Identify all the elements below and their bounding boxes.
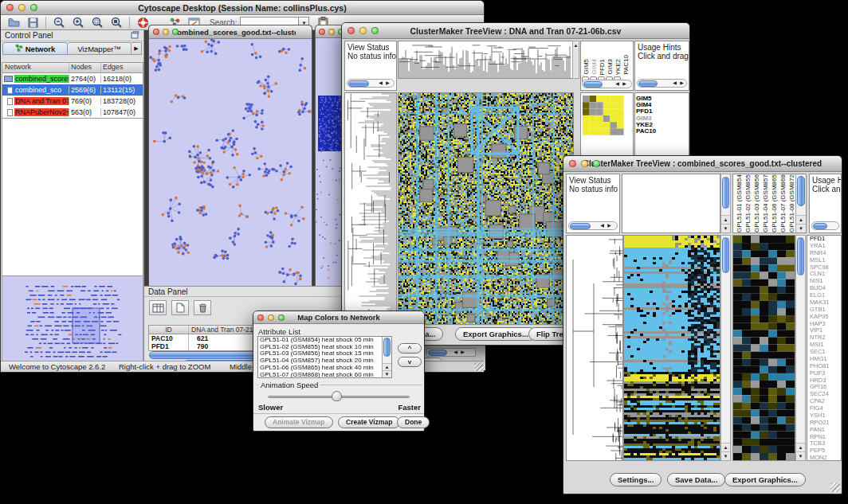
scroll-down-icon[interactable]: ▼ — [721, 224, 730, 232]
scroll-thumb[interactable] — [722, 237, 729, 273]
col-header-edges[interactable]: Edges — [101, 63, 143, 72]
background-network-window[interactable] — [315, 25, 344, 291]
network-row[interactable]: RNAPuberNov2+563(0)107847(0) — [2, 107, 143, 118]
tv2-main-vscrollbar[interactable]: ▲ ▼ — [720, 235, 731, 461]
gene-label[interactable]: CLN1 — [807, 271, 841, 278]
scroll-thumb[interactable] — [797, 176, 805, 206]
network-row[interactable]: combined_scores2764(0)16218(0) — [2, 73, 143, 84]
gene-label[interactable]: RPN1 — [807, 434, 841, 441]
tv1-zoom-heatmap[interactable] — [583, 96, 624, 135]
zoom-selected-icon[interactable] — [90, 17, 104, 29]
delete-attribute-icon[interactable] — [194, 300, 211, 315]
scroll-up-icon[interactable]: ▲ — [573, 41, 579, 49]
zoom-window-icon[interactable] — [278, 315, 285, 321]
scroll-left-icon[interactable]: ◀ — [671, 80, 678, 87]
tv2-zoom-vscrollbar[interactable]: ▲ ▼ — [795, 235, 806, 461]
gene-label[interactable]: NTR2 — [807, 334, 841, 342]
tv1-main-heatmap[interactable] — [398, 93, 573, 324]
zoom-window-icon[interactable] — [593, 160, 600, 167]
scroll-right-icon[interactable]: ▶ — [459, 349, 466, 356]
network-row[interactable]: DNA and Tran 07769(0)183728(0) — [2, 96, 143, 107]
tv1-column-dendrogram[interactable] — [398, 41, 573, 78]
attribute-list-vscrollbar[interactable]: ▲ ▼ — [382, 337, 391, 377]
gene-label[interactable]: GPI16 — [807, 384, 841, 391]
gene-label[interactable]: RPO21 — [807, 420, 841, 427]
scroll-thumb[interactable] — [583, 81, 603, 88]
gene-label[interactable]: HAP3 — [807, 321, 841, 328]
gene-label[interactable]: VIP1 — [807, 327, 841, 334]
tv2-main-vscrollbar-top[interactable]: ▲ ▼ — [720, 174, 731, 233]
scroll-left-icon[interactable]: ◀ — [377, 80, 384, 87]
gene-label[interactable]: PHO81 — [807, 363, 841, 370]
scroll-thumb[interactable] — [570, 223, 591, 229]
zoom-window-icon[interactable] — [30, 4, 37, 11]
scroll-down-icon[interactable]: ▼ — [796, 451, 805, 460]
tv2-zoom-heatmap[interactable] — [733, 236, 795, 460]
minimize-icon[interactable] — [163, 29, 169, 35]
close-icon[interactable] — [569, 160, 576, 167]
scroll-right-icon[interactable]: ▶ — [621, 80, 628, 88]
treeview1-titlebar[interactable]: ClusterMaker TreeView : DNA and Tran 07-… — [342, 23, 689, 39]
window-controls[interactable] — [6, 4, 37, 11]
gene-label[interactable]: PAC10 — [636, 128, 656, 135]
attribute-item[interactable]: GPL51-03 (GSM856) heat shock 15 min — [258, 350, 382, 357]
gene-label[interactable]: PUF3 — [807, 370, 841, 377]
scroll-up-icon[interactable]: ▲ — [796, 443, 805, 451]
export-graphics-button[interactable]: Export Graphics... — [724, 473, 806, 486]
save-icon[interactable] — [26, 17, 40, 29]
scroll-up-icon[interactable]: ▲ — [721, 215, 730, 224]
network-row[interactable]: combined_sco2569(6)13112(15) — [2, 84, 143, 96]
gene-label[interactable]: HRD3 — [807, 377, 841, 385]
zoom-fit-icon[interactable] — [109, 17, 124, 29]
scroll-thumb[interactable] — [348, 80, 369, 87]
network-view-titlebar[interactable]: combined_scores_good.txt--cluste... — [149, 25, 312, 39]
background-network-view[interactable] — [316, 38, 343, 291]
dialog-titlebar[interactable]: Map Colors to Network — [253, 311, 424, 324]
scroll-left-icon[interactable]: ◀ — [614, 80, 621, 88]
tv2-labels-vscrollbar[interactable]: ▲ ▼ — [795, 174, 806, 232]
data-row-id[interactable]: PFD1 — [149, 342, 189, 350]
gene-label[interactable]: BUD4 — [807, 285, 841, 292]
gene-label[interactable]: HMG1 — [807, 356, 841, 363]
settings-button[interactable]: Settings... — [610, 473, 662, 486]
minimize-icon[interactable] — [359, 27, 367, 34]
gene-label[interactable]: YSH1 — [807, 412, 841, 420]
data-panel-hscroll-fragment[interactable]: ◀ ▶ — [426, 348, 476, 357]
done-button[interactable]: Done — [397, 416, 430, 428]
close-icon[interactable] — [347, 27, 355, 34]
tv1-row-dendrogram[interactable] — [345, 93, 396, 324]
gene-label[interactable]: ELG1 — [807, 292, 841, 299]
zoom-window-icon[interactable] — [172, 29, 179, 35]
animate-vizmap-button[interactable]: Animate Vizmap — [265, 416, 333, 428]
slider-thumb[interactable] — [332, 391, 342, 401]
scroll-thumb[interactable] — [722, 177, 729, 209]
zoom-window-icon[interactable] — [371, 27, 379, 34]
scroll-down-icon[interactable]: ▼ — [721, 451, 730, 460]
tv1-labels-hscrollbar[interactable]: ◀ ▶ — [582, 80, 632, 88]
open-file-icon[interactable] — [6, 17, 21, 29]
tv2-hints-hscrollbar[interactable] — [811, 221, 839, 230]
tv2-status-hscrollbar[interactable]: ◀ ▶ — [568, 221, 618, 230]
scroll-right-icon[interactable]: ▶ — [678, 80, 685, 87]
scroll-thumb[interactable] — [638, 80, 658, 87]
close-icon[interactable] — [6, 4, 14, 11]
attribute-item[interactable]: GPL51-01 (GSM854) heat shock 05 min — [258, 337, 382, 344]
gene-label[interactable]: NIS1 — [807, 278, 841, 285]
create-vizmap-button[interactable]: Create Vizmap — [338, 416, 400, 428]
scroll-down-icon[interactable]: ▼ — [796, 224, 806, 232]
data-row-id[interactable]: PAC10 — [149, 334, 189, 342]
gene-label[interactable]: MSL1 — [807, 257, 841, 264]
gene-label[interactable]: PFD1 — [807, 236, 841, 243]
tv1-hints-hscrollbar[interactable]: ◀ ▶ — [637, 79, 687, 88]
tab-overflow-icon[interactable]: ▶ — [132, 42, 142, 55]
minimize-icon[interactable] — [581, 160, 588, 167]
zoom-in-icon[interactable] — [71, 17, 85, 29]
gene-label[interactable]: SPC98 — [807, 264, 841, 272]
cytoscape-titlebar[interactable]: Cytoscape Desktop (Session Name: collins… — [1, 1, 484, 15]
tv1-global-vscrollbar[interactable]: ▲ — [572, 41, 579, 79]
scroll-right-icon[interactable]: ▶ — [606, 222, 613, 229]
scroll-thumb[interactable] — [383, 338, 391, 357]
gene-label[interactable]: YRA1 — [807, 243, 841, 250]
scroll-left-icon[interactable]: ◀ — [452, 349, 459, 356]
treeview2-titlebar[interactable]: ClusterMaker TreeView : combined_scores_… — [563, 156, 842, 172]
